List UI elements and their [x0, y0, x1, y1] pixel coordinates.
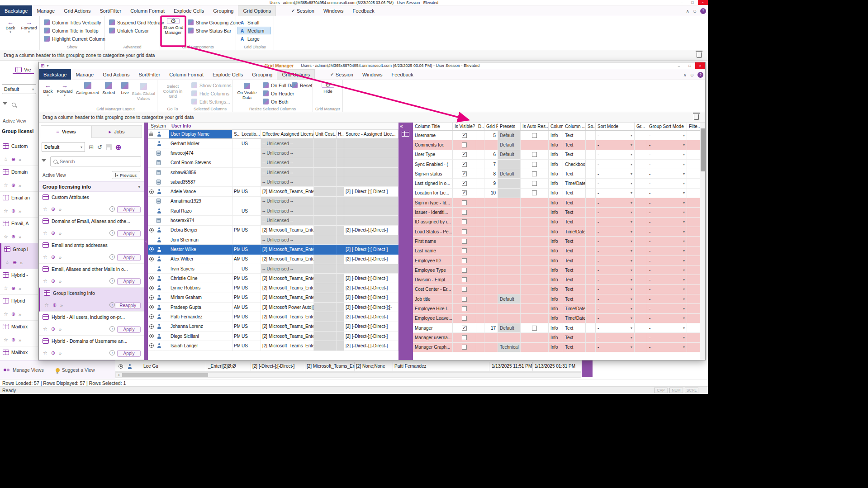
column-config-row[interactable]: Last name Info Text - ▾: [413, 246, 701, 256]
cell-group-sort-mode[interactable]: - ▾: [647, 343, 687, 352]
cell-column-info[interactable]: Info: [549, 179, 563, 188]
ribbon-tab[interactable]: ✔ Explode Cells: [208, 69, 247, 80]
forward-button[interactable]: → Forward ▾: [20, 19, 38, 34]
view-card[interactable]: Hybrid - All users, including on-pr... ☆…: [39, 312, 144, 336]
cell-group-sort-mode[interactable]: - ▾: [647, 323, 687, 333]
add-view-icon[interactable]: ⊕: [115, 143, 121, 152]
cell-column-info[interactable]: Info: [549, 265, 563, 275]
view-card[interactable]: Email and smtp addresses ☆ ⊕ » i Apply: [39, 240, 144, 264]
share-icon[interactable]: »: [59, 327, 62, 332]
user-row[interactable]: fawocoj474 -- Unlicensed --: [148, 148, 398, 158]
plus-circle-icon[interactable]: ⊕: [11, 285, 15, 291]
user-row[interactable]: Patti Fernandez PM US [2] Microsoft_Team…: [148, 312, 398, 322]
cell-column-info[interactable]: Info: [549, 131, 563, 140]
ribbon-tab[interactable]: ✔ Grouping: [209, 5, 238, 16]
visible-checkbox[interactable]: [462, 190, 467, 195]
plus-circle-icon[interactable]: ⊕: [52, 302, 57, 308]
share-icon[interactable]: »: [59, 351, 62, 356]
user-row[interactable]: Diego Siciliani PM US [2] Microsoft_Team…: [148, 332, 398, 341]
visible-checkbox[interactable]: [462, 219, 467, 224]
cell-column-info[interactable]: Info: [549, 304, 563, 313]
collapse-ribbon-icon[interactable]: ∧: [683, 72, 686, 77]
save-icon[interactable]: [106, 144, 112, 150]
user-row[interactable]: Alex Wilber AM US [2] Microsoft_Teams_En…: [148, 255, 398, 264]
cell-column-info[interactable]: Info: [549, 343, 563, 352]
visible-checkbox[interactable]: [462, 297, 467, 302]
visible-checkbox[interactable]: [462, 210, 467, 215]
resize-option[interactable]: On Both: [261, 98, 299, 105]
sidebar-view-item[interactable]: Domain ☆ ⊕ »: [0, 166, 38, 192]
user-row[interactable]: Conf Room Stevens -- Unlicensed --: [148, 158, 398, 168]
user-row[interactable]: Adele Vance PM US [2] Microsoft_Teams_En…: [148, 187, 398, 196]
column-config-row[interactable]: Location for Lic... 10 Info Text - ▾: [413, 189, 701, 198]
cell-group-sort-mode[interactable]: - ▾: [647, 150, 687, 160]
user-row[interactable]: Irvin Sayers US -- Unlicensed --: [148, 264, 398, 274]
column-header-effective-licenses[interactable]: Effective Assigned Licens...: [261, 130, 314, 138]
cell-column-info[interactable]: Info: [549, 285, 563, 294]
column-header-source[interactable]: Source - Assigned Lice...: [344, 130, 398, 138]
background-grid-row[interactable]: Lee Gu _Enter|[2]Ø;Ø [2] [-Direct-];[-Di…: [115, 362, 581, 372]
views-default-select[interactable]: Default ▾: [42, 142, 85, 152]
apply-view-button[interactable]: Apply: [117, 326, 141, 333]
visible-checkbox[interactable]: [462, 326, 467, 331]
maximize-button[interactable]: □: [684, 62, 695, 69]
share-icon[interactable]: »: [59, 231, 62, 236]
star-icon[interactable]: ☆: [43, 326, 47, 332]
column-header-display-name[interactable]: User Display Name: [169, 130, 232, 138]
minimize-button[interactable]: –: [676, 0, 687, 5]
sidebar-view-item[interactable]: Custom ☆ ⊕ »: [0, 140, 38, 166]
column-config-row[interactable]: Employee Leave... Info Time/Date - ▾: [413, 314, 701, 323]
column-config-row[interactable]: Manager Graph... Technical Info Text - ▾: [413, 343, 701, 352]
auto-resize-checkbox[interactable]: [532, 326, 537, 331]
star-icon[interactable]: ☆: [44, 302, 49, 308]
search-icon[interactable]: [12, 103, 16, 107]
ribbon-item[interactable]: Show Status Bar: [186, 27, 242, 34]
info-icon[interactable]: i: [109, 326, 115, 332]
column-header[interactable]: Grid P...: [484, 123, 498, 130]
ribbon-tab[interactable]: ✔ Manage: [32, 5, 59, 16]
ribbon-tab[interactable]: ✔ Backstage: [39, 69, 71, 80]
cell-sort-mode[interactable]: - ▾: [596, 208, 635, 217]
star-icon[interactable]: ☆: [43, 254, 47, 260]
help-icon[interactable]: ?: [700, 8, 706, 14]
share-icon[interactable]: »: [19, 157, 21, 162]
ribbon-tab[interactable]: ✔ Grouping: [247, 69, 277, 80]
sidebar-view-item[interactable]: Mailbox ☆ ⊕ »: [0, 321, 38, 346]
ribbon-tab[interactable]: ✔ Feedback: [387, 69, 418, 80]
plus-circle-icon[interactable]: ⊕: [11, 182, 15, 188]
cell-group-sort-mode[interactable]: - ▾: [647, 285, 687, 294]
back-button[interactable]: ← Back ▾: [3, 19, 18, 34]
ribbon-item[interactable]: Hide Columns: [190, 90, 233, 97]
suggest-view-button[interactable]: Suggest a View: [56, 367, 95, 373]
smiley-icon[interactable]: ☺: [690, 72, 694, 77]
tab-jobs[interactable]: ▸ Jobs: [91, 125, 142, 138]
cell-group-sort-mode[interactable]: - ▾: [647, 169, 687, 179]
share-icon[interactable]: »: [19, 312, 21, 317]
cell-sort-mode[interactable]: - ▾: [596, 218, 635, 227]
display-size-option[interactable]: A Medium: [238, 27, 270, 34]
plus-circle-icon[interactable]: ⊕: [51, 254, 55, 260]
auto-resize-checkbox[interactable]: [532, 171, 537, 176]
sidebar-default-select[interactable]: Default ▾: [2, 84, 36, 94]
user-row[interactable]: Nestor Wilke PM US [2] Microsoft_Teams_E…: [148, 245, 398, 254]
cell-sort-mode[interactable]: - ▾: [596, 256, 635, 265]
column-config-row[interactable]: Employee Hire I... Info Time/Date - ▾: [413, 304, 701, 313]
minimize-button[interactable]: –: [674, 62, 684, 69]
column-config-row[interactable]: Last signed in o... 9 Info Time/Date - ▾: [413, 179, 701, 188]
share-icon[interactable]: »: [19, 208, 21, 214]
star-icon[interactable]: ☆: [4, 234, 8, 240]
scrollbar-thumb[interactable]: [122, 373, 208, 377]
filter-icon[interactable]: [42, 159, 46, 164]
ribbon-tab[interactable]: ✔ Explode Cells: [169, 5, 209, 16]
sidebar-view-item[interactable]: Hybrid ☆ ⊕ »: [0, 295, 38, 321]
plus-circle-icon[interactable]: ⊕: [11, 208, 15, 214]
info-icon[interactable]: i: [109, 230, 115, 236]
cell-column-info[interactable]: Info: [549, 208, 563, 217]
cell-sort-mode[interactable]: - ▾: [596, 150, 635, 160]
cell-sort-mode[interactable]: - ▾: [596, 265, 635, 275]
main-grouping-zone[interactable]: Drag a column header to this grouping zo…: [0, 50, 708, 61]
cell-column-info[interactable]: Info: [549, 218, 563, 227]
ribbon-tab[interactable]: ✔ Column Format: [126, 5, 169, 16]
user-row[interactable]: Christie Cline PM US [2] Microsoft_Teams…: [148, 274, 398, 283]
cell-sort-mode[interactable]: - ▾: [596, 246, 635, 256]
